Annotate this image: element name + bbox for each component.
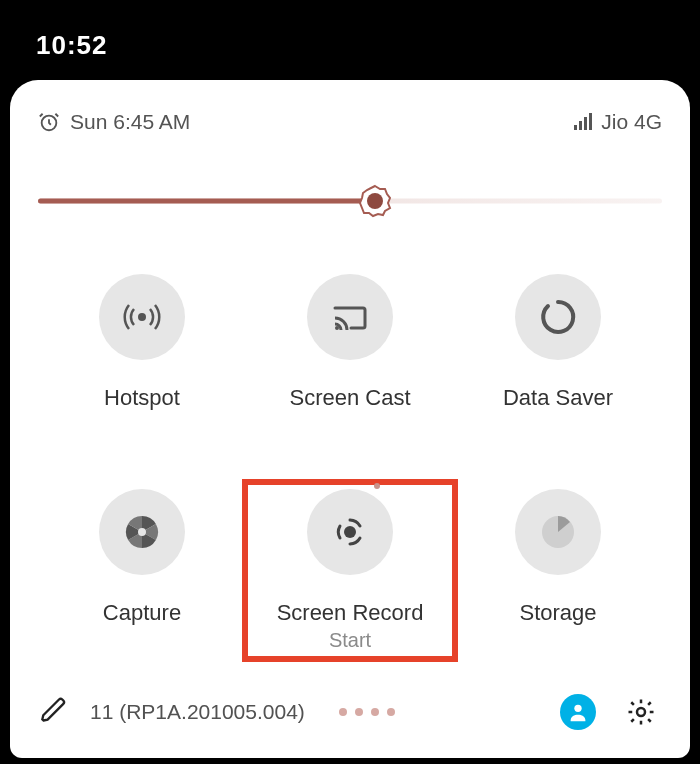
tile-label: Screen Record [277,599,424,628]
hotspot-icon [99,274,185,360]
tile-screen-record[interactable]: Screen Record Start [246,483,454,659]
quick-settings-panel: Sun 6:45 AM Jio 4G [10,80,690,758]
panel-footer: 11 (RP1A.201005.004) [38,668,662,738]
svg-rect-2 [579,121,582,130]
tile-sublabel: Start [329,629,371,652]
tile-label: Hotspot [104,384,180,413]
status-left: Sun 6:45 AM [38,110,190,134]
tile-label: Storage [519,599,596,628]
tile-screen-cast[interactable]: Screen Cast [246,268,454,419]
svg-point-9 [138,528,146,536]
page-dot [387,708,395,716]
record-icon [307,489,393,575]
cast-icon [307,274,393,360]
svg-point-7 [138,313,146,321]
page-dot [339,708,347,716]
svg-rect-1 [574,125,577,130]
edit-icon[interactable] [40,696,68,728]
svg-rect-3 [584,117,587,130]
page-dot [355,708,363,716]
alarm-icon [38,111,60,133]
svg-rect-4 [589,113,592,130]
svg-point-8 [335,326,339,330]
status-bar: Sun 6:45 AM Jio 4G [38,110,662,134]
version-text: 11 (RP1A.201005.004) [90,700,305,724]
data-saver-icon [515,274,601,360]
signal-icon [573,112,593,132]
tile-data-saver[interactable]: Data Saver [454,268,662,419]
tile-label: Screen Cast [289,384,410,413]
brightness-slider[interactable] [38,186,662,216]
svg-point-13 [637,708,645,716]
tile-hotspot[interactable]: Hotspot [38,268,246,419]
slider-thumb[interactable] [358,184,392,218]
tile-label: Capture [103,599,181,628]
device-clock: 10:52 [36,30,108,61]
storage-icon [515,489,601,575]
svg-point-12 [574,705,581,712]
settings-icon[interactable] [626,697,656,727]
tile-label: Data Saver [503,384,613,413]
svg-point-10 [344,526,356,538]
status-datetime: Sun 6:45 AM [70,110,190,134]
capture-icon [99,489,185,575]
user-icon[interactable] [560,694,596,730]
status-right: Jio 4G [573,110,662,134]
quick-tiles-grid: Hotspot Screen Cast Data Saver [38,268,662,658]
svg-point-6 [367,193,383,209]
page-indicator [339,708,395,716]
carrier-text: Jio 4G [601,110,662,134]
slider-fill [38,199,375,204]
status-dot-icon [374,483,380,489]
tile-capture[interactable]: Capture [38,483,246,659]
tile-storage[interactable]: Storage [454,483,662,659]
page-dot [371,708,379,716]
